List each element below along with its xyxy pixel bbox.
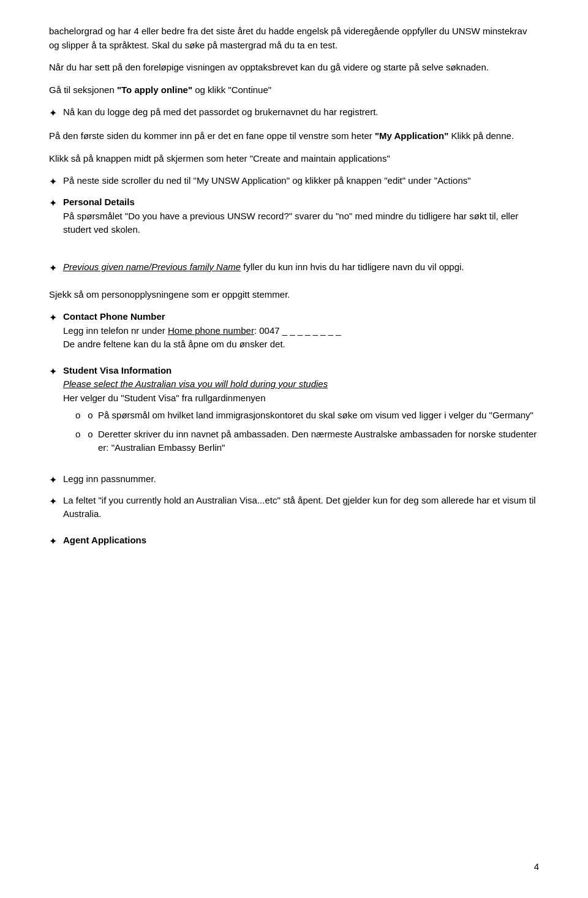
personal-details-text: På spørsmålet "Do you have a previous UN… <box>63 211 518 235</box>
bullet-personal-details: ✦ Personal Details På spørsmålet "Do you… <box>49 195 539 237</box>
paragraph-2: Når du har sett på den foreløpige visnin… <box>49 61 539 75</box>
contact-phone-text2: De andre feltene kan du la stå åpne om d… <box>63 339 285 349</box>
home-phone-number-underline: Home phone number <box>168 325 254 336</box>
paragraph-check-info: Sjekk så om personopplysningene som er o… <box>49 288 539 302</box>
p4-bold: "My Application" <box>375 130 448 141</box>
bullet-contact-phone-content: Contact Phone Number Legg inn telefon nr… <box>63 310 539 352</box>
create-applications-text: Klikk så på knappen midt på skjermen som… <box>49 152 539 166</box>
previous-name-text: fyller du kun inn hvis du har tidligere … <box>241 262 464 272</box>
bullet-login-text: Nå kan du logge deg på med det passordet… <box>63 105 539 119</box>
sub-bullet-prefix-1: o <box>88 409 98 423</box>
contact-phone-text1-suffix: : 0047 _ _ _ _ _ _ _ _ <box>254 325 341 336</box>
bullet-next-page-text: På neste side scroller du ned til "My UN… <box>63 174 539 188</box>
section-apply-online: Gå til seksjonen "To apply online" og kl… <box>49 83 539 121</box>
diamond-icon-2: ✦ <box>49 175 57 189</box>
bullet-contact-phone: ✦ Contact Phone Number Legg inn telefon … <box>49 310 539 352</box>
paragraph-1: bachelorgrad og har 4 eller bedre fra de… <box>49 25 539 52</box>
agent-applications-text: Agent Applications <box>63 534 539 548</box>
previous-name-italic-underline: Previous given name/Previous family Name <box>63 262 241 272</box>
bullet-passport: ✦ Legg inn passnummer. <box>49 472 539 488</box>
apply-online-mid: og klikk "Continue" <box>192 85 271 95</box>
bullet-personal-details-content: Personal Details På spørsmålet "Do you h… <box>63 195 539 237</box>
diamond-icon-1: ✦ <box>49 106 57 121</box>
diamond-icon-7: ✦ <box>49 473 57 488</box>
contact-phone-bold: Contact Phone Number <box>63 311 165 322</box>
diamond-icon-3: ✦ <box>49 196 57 211</box>
sub-bullet-germany: o På spørsmål om hvilket land immigrasjo… <box>75 409 539 423</box>
sub-bullet-embassy-text: Deretter skriver du inn navnet på ambass… <box>98 428 539 455</box>
apply-online-text: Gå til seksjonen "To apply online" og kl… <box>49 83 539 97</box>
bullet-next-page: ✦ På neste side scroller du ned til "My … <box>49 174 539 189</box>
section-create-applications: Klikk så på knappen midt på skjermen som… <box>49 152 539 237</box>
sub-bullet-embassy: o Deretter skriver du inn navnet på amba… <box>75 428 539 455</box>
bullet-student-visa: ✦ Student Visa Information Please select… <box>49 364 539 460</box>
apply-online-prefix: Gå til seksjonen <box>49 85 117 95</box>
bullet-login: ✦ Nå kan du logge deg på med det passord… <box>49 105 539 121</box>
sub-bullet-germany-text: På spørsmål om hvilket land immigrasjons… <box>98 409 533 423</box>
student-visa-text: Her velger du "Student Visa" fra rullgar… <box>63 393 266 403</box>
bullet-previous-name: ✦ Previous given name/Previous family Na… <box>49 260 539 276</box>
page-number: 4 <box>534 860 539 874</box>
bullet-australian-visa-text: La feltet "if you currently hold an Aust… <box>63 494 539 521</box>
bullet-agent-applications: ✦ Agent Applications <box>49 534 539 549</box>
bullet-student-visa-content: Student Visa Information Please select t… <box>63 364 539 460</box>
bullet-previous-name-content: Previous given name/Previous family Name… <box>63 260 539 274</box>
p4-suffix: Klikk på denne. <box>448 130 514 141</box>
contact-phone-text1-prefix: Legg inn telefon nr under <box>63 325 168 336</box>
apply-online-bold: "To apply online" <box>117 85 192 95</box>
paragraph-my-application: På den første siden du kommer inn på er … <box>49 129 539 143</box>
student-visa-bold: Student Visa Information <box>63 365 172 375</box>
diamond-icon-5: ✦ <box>49 311 57 325</box>
diamond-icon-6: ✦ <box>49 364 57 379</box>
page-content: bachelorgrad og har 4 eller bedre fra de… <box>49 25 539 549</box>
section-spacer-1 <box>49 246 539 252</box>
bullet-passport-text: Legg inn passnummer. <box>63 472 539 486</box>
sub-bullet-prefix-2: o <box>88 428 98 442</box>
p4-prefix: På den første siden du kommer inn på er … <box>49 130 375 141</box>
diamond-icon-4: ✦ <box>49 261 57 276</box>
sub-bullets-visa: o På spørsmål om hvilket land immigrasjo… <box>63 409 539 455</box>
diamond-icon-9: ✦ <box>49 534 57 549</box>
diamond-icon-8: ✦ <box>49 494 57 509</box>
personal-details-bold: Personal Details <box>63 197 135 207</box>
student-visa-italic-underline: Please select the Australian visa you wi… <box>63 379 328 389</box>
bullet-australian-visa: ✦ La feltet "if you currently hold an Au… <box>49 494 539 521</box>
